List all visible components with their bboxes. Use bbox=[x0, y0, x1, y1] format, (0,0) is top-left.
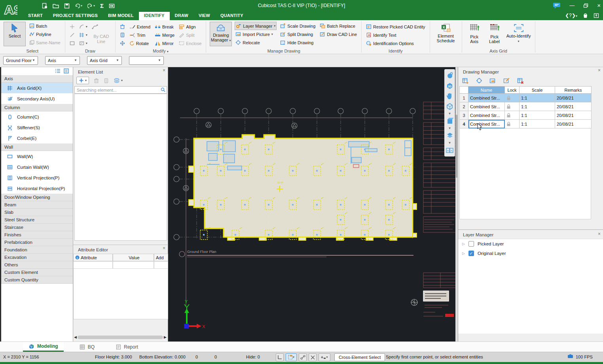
sidebar-group-column[interactable]: Column bbox=[1, 104, 73, 111]
scroll-right-icon[interactable]: ▶ bbox=[164, 335, 167, 339]
name-column-header[interactable]: Name bbox=[468, 87, 505, 94]
copy-element-button[interactable] bbox=[104, 78, 109, 83]
remarks-column-header[interactable]: Remarks bbox=[555, 87, 592, 94]
export-icon[interactable] bbox=[594, 13, 599, 18]
search-element-input[interactable] bbox=[74, 86, 167, 94]
edit-drawing-icon[interactable] bbox=[503, 77, 510, 84]
draw-line-button[interactable] bbox=[69, 31, 76, 39]
sidebar-group-slab[interactable]: Slab bbox=[1, 209, 73, 216]
by-cad-line-button[interactable]: By CAD Line bbox=[91, 34, 112, 44]
sidebar-item-column[interactable]: Column(C) bbox=[1, 111, 73, 122]
auto-identify-button[interactable]: Auto-Identify▾ bbox=[506, 22, 531, 46]
tab-quantity[interactable]: QUANTITY bbox=[215, 12, 248, 20]
split-button[interactable]: Split bbox=[178, 31, 202, 39]
tab-start[interactable]: START bbox=[23, 12, 48, 20]
drawings-compare-icon[interactable] bbox=[446, 146, 454, 155]
import-picture-button[interactable]: Import Picture▾ bbox=[235, 30, 277, 38]
element-type-select[interactable]: Axis Grid▼ bbox=[87, 56, 122, 65]
break-button[interactable]: Break bbox=[154, 23, 175, 31]
sidebar-group-excavation[interactable]: Excavation bbox=[1, 254, 73, 261]
category-select[interactable]: Axis▼ bbox=[45, 56, 80, 65]
align-button[interactable]: Align bbox=[178, 23, 202, 31]
sidebar-item-curtain-wall[interactable]: Curtain Wall(W) bbox=[1, 162, 73, 172]
add-element-button[interactable]: ▾ bbox=[76, 77, 89, 84]
lock-column-header[interactable]: Lock bbox=[505, 87, 520, 94]
draw-arc-button[interactable]: ▾ bbox=[78, 23, 88, 31]
sidebar-group-door-window[interactable]: Door/Window Opening bbox=[1, 194, 73, 201]
element-list-body[interactable] bbox=[74, 94, 167, 241]
viewcube-icon[interactable] bbox=[446, 102, 454, 111]
scroll-left-icon[interactable]: ◀ bbox=[74, 335, 77, 339]
move-entity-icon[interactable] bbox=[119, 39, 126, 47]
cross-element-select-button[interactable]: Cross-Element Select bbox=[334, 353, 385, 361]
minimize-button[interactable]: — bbox=[569, 2, 575, 9]
draw-point-button[interactable] bbox=[69, 23, 76, 31]
enclose-button[interactable]: Enclose bbox=[178, 39, 202, 47]
tab-bq[interactable]: BQ bbox=[74, 342, 100, 352]
sidebar-item-stiffener[interactable]: Stiffener(S) bbox=[1, 122, 73, 133]
snap-node-button[interactable] bbox=[299, 353, 307, 361]
draw-hatch-button[interactable]: ▾ bbox=[78, 39, 88, 47]
draw-axis-button[interactable]: ▾ bbox=[78, 31, 88, 39]
drawing-row[interactable]: 1 Combined Str... 1:1 20/08/21 bbox=[460, 94, 592, 102]
cube-more-caret-icon[interactable]: ▼ bbox=[448, 127, 451, 130]
element-schedule-button[interactable]: X Element Schedule bbox=[434, 22, 458, 46]
sidebar-group-wall[interactable]: Wall bbox=[1, 143, 73, 151]
tab-modeling[interactable]: Modeling bbox=[23, 342, 64, 352]
restore-picked-button[interactable]: F Restore Picked CAD Entity bbox=[365, 23, 426, 31]
delete-entity-icon[interactable] bbox=[119, 23, 126, 31]
layers-filter-button[interactable]: ▾ bbox=[114, 78, 123, 83]
same-name-button[interactable]: Same-Name bbox=[28, 38, 61, 47]
sidebar-item-vertical-projection[interactable]: Vertical Projection(P) bbox=[1, 172, 73, 183]
help-icon[interactable]: ❮?❯▾ bbox=[565, 13, 577, 18]
sidebar-group-steel-structure[interactable]: Steel Structure bbox=[1, 216, 73, 224]
tab-report[interactable]: Report bbox=[110, 342, 144, 352]
relocate-drawing-icon[interactable] bbox=[476, 77, 482, 84]
layers-stack-icon[interactable] bbox=[446, 131, 454, 140]
mirror-button[interactable]: Mirror bbox=[154, 39, 175, 47]
list-view-icon[interactable] bbox=[55, 68, 61, 74]
add-cell[interactable] bbox=[154, 261, 168, 269]
picked-layer-checkbox[interactable] bbox=[468, 241, 474, 247]
sidebar-group-finishes[interactable]: Finishes bbox=[1, 231, 73, 239]
pick-axis-button[interactable]: Pick Axis bbox=[466, 22, 483, 46]
scale-drawing-icon2[interactable] bbox=[489, 78, 496, 84]
sidebar-item-wall[interactable]: Wall(W) bbox=[1, 151, 73, 162]
sidebar-group-axis[interactable]: Axis bbox=[1, 75, 73, 83]
attribute-editor-close-icon[interactable]: × bbox=[163, 246, 165, 250]
ortho-mode-button[interactable] bbox=[276, 353, 284, 361]
merge-button[interactable]: Merge bbox=[154, 31, 175, 39]
identify-text-button[interactable]: A Identify Text bbox=[365, 31, 426, 39]
sidebar-item-horizontal-projection[interactable]: Horizontal Projection(P) bbox=[1, 183, 73, 194]
value-column-header[interactable]: Value bbox=[113, 254, 154, 261]
sidebar-group-custom-element[interactable]: Custom Element bbox=[1, 269, 73, 276]
delete-element-button[interactable] bbox=[94, 78, 99, 83]
relocate-button[interactable]: Relocate bbox=[235, 38, 277, 47]
scale-drawing-button[interactable]: Scale Drawing bbox=[279, 22, 316, 30]
tab-bim-model[interactable]: BIM MODEL bbox=[103, 12, 139, 20]
sidebar-group-beam[interactable]: Beam bbox=[1, 201, 73, 209]
draw-rect-button[interactable] bbox=[69, 39, 76, 47]
chat-icon[interactable] bbox=[553, 2, 561, 9]
search-icon[interactable] bbox=[161, 87, 165, 92]
sidebar-group-others[interactable]: Others bbox=[1, 261, 73, 269]
orbit-icon[interactable] bbox=[446, 71, 454, 80]
original-layer-checkbox[interactable]: ✓ bbox=[468, 251, 474, 256]
batch-button[interactable]: Batch bbox=[28, 22, 61, 30]
selection-mode-button[interactable]: ▾ bbox=[286, 353, 297, 361]
extend-button[interactable]: Extend bbox=[129, 23, 151, 31]
tab-view[interactable]: VIEW bbox=[193, 12, 215, 20]
add-drawing-icon[interactable] bbox=[462, 77, 469, 84]
tab-draw[interactable]: DRAW bbox=[170, 12, 193, 20]
sidebar-group-custom-quantity[interactable]: Custom Quantity bbox=[1, 276, 73, 284]
attribute-column-header[interactable]: i Attribute bbox=[73, 254, 113, 261]
sidebar-group-prefabrication[interactable]: Prefabrication bbox=[1, 239, 73, 246]
layer-manager-button[interactable]: Layer Manager▾ bbox=[235, 22, 277, 30]
pick-label-button[interactable]: Pick Label bbox=[486, 22, 503, 46]
select-button[interactable]: Select bbox=[4, 22, 26, 46]
panel-view-icon[interactable] bbox=[64, 68, 69, 74]
tab-project-settings[interactable]: PROJECT SETTINGS bbox=[48, 12, 103, 20]
sidebar-item-secondary-axis[interactable]: Secondary Axis(U) bbox=[1, 93, 73, 104]
layer-manager-close-icon[interactable]: × bbox=[598, 232, 601, 236]
sidebar-item-corbel[interactable]: Corbel(E) bbox=[1, 133, 73, 143]
